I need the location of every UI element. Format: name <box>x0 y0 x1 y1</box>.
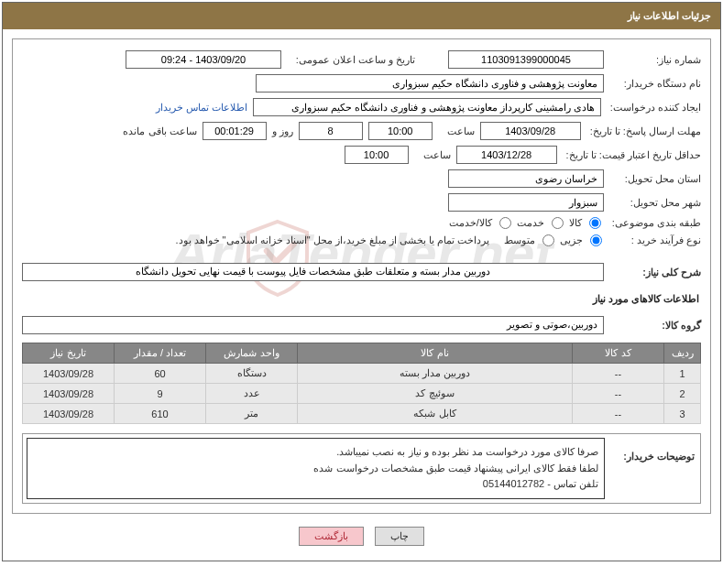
deadline-send-time-field[interactable] <box>368 122 433 140</box>
th-date: تاریخ نیاز <box>23 343 115 364</box>
creator-label: ایجاد کننده درخواست: <box>607 102 701 114</box>
creator-field[interactable] <box>253 98 601 116</box>
province-label: استان محل تحویل: <box>609 173 701 185</box>
deadline-send-date-field[interactable] <box>480 122 581 140</box>
process-note: پرداخت تمام یا بخشی از مبلغ خرید،از محل … <box>175 234 489 246</box>
class-opt3: کالا/خدمت <box>449 217 492 229</box>
page-header: جزئیات اطلاعات نیاز <box>3 3 720 29</box>
need-number-field[interactable] <box>448 50 604 69</box>
announce-label: تاریخ و ساعت اعلان عمومی: <box>287 54 415 66</box>
deadline-send-label: مهلت ارسال پاسخ: تا تاریخ: <box>586 125 701 137</box>
explain-label: توضیحات خریدار: <box>608 434 700 503</box>
th-qty: تعداد / مقدار <box>115 343 206 364</box>
process-opt2: متوسط <box>504 234 535 246</box>
process-opt1: جزیی <box>560 234 583 246</box>
class-label: طبقه بندی موضوعی: <box>608 217 701 229</box>
group-field[interactable] <box>22 316 604 334</box>
class-opt2: خدمت <box>517 217 544 229</box>
goods-info-title: اطلاعات کالاهای مورد نیاز <box>24 293 699 305</box>
class-opt1: کالا <box>569 217 582 229</box>
city-label: شهر محل تحویل: <box>609 197 701 209</box>
days-remaining-field[interactable] <box>299 122 363 140</box>
th-row: ردیف <box>664 343 701 364</box>
city-field[interactable] <box>448 193 604 212</box>
table-row: 2 -- سوئیچ کد عدد 9 1403/09/28 <box>23 384 701 404</box>
process-label: نوع فرآیند خرید : <box>609 234 701 246</box>
th-code: کد کالا <box>573 343 664 364</box>
validity-time-field[interactable] <box>345 146 409 164</box>
class-radio-service[interactable] <box>552 217 564 229</box>
print-button[interactable]: چاپ <box>375 527 424 546</box>
description-field[interactable] <box>22 263 604 281</box>
days-label: روز و <box>272 125 293 137</box>
buyer-field[interactable] <box>256 74 604 93</box>
group-label: گروه کالا: <box>609 320 701 332</box>
contact-buyer-link[interactable]: اطلاعات تماس خریدار <box>156 102 247 114</box>
announce-field[interactable] <box>126 50 281 69</box>
remaining-label: ساعت باقی مانده <box>123 125 196 137</box>
main-form-section: شماره نیاز: تاریخ و ساعت اعلان عمومی: نا… <box>12 38 711 514</box>
buyer-explanation-box: توضیحات خریدار: صرفا کالای مورد درخواست … <box>22 433 701 504</box>
province-field[interactable] <box>448 169 604 188</box>
th-name: نام کالا <box>298 343 573 364</box>
validity-date-field[interactable] <box>456 146 557 164</box>
time-label-1: ساعت <box>438 125 475 137</box>
th-unit: واحد شمارش <box>206 343 298 364</box>
time-label-2: ساعت <box>414 149 451 161</box>
back-button[interactable]: بازگشت <box>299 527 364 546</box>
table-row: 3 -- کابل شبکه متر 610 1403/09/28 <box>23 404 701 424</box>
validity-label: حداقل تاریخ اعتبار قیمت: تا تاریخ: <box>563 149 701 161</box>
page-title: جزئیات اطلاعات نیاز <box>628 10 711 21</box>
need-number-label: شماره نیاز: <box>609 54 701 66</box>
countdown-field[interactable] <box>203 122 267 140</box>
buyer-label: نام دستگاه خریدار: <box>609 78 701 90</box>
description-label: شرح کلی نیاز: <box>609 267 701 278</box>
class-radio-both[interactable] <box>499 217 511 229</box>
explain-text: صرفا کالای مورد درخواست مد نظر بوده و نی… <box>27 438 605 499</box>
process-radio-minor[interactable] <box>590 234 602 246</box>
process-radio-medium[interactable] <box>542 234 554 246</box>
class-radio-goods[interactable] <box>589 217 601 229</box>
goods-table: ردیف کد کالا نام کالا واحد شمارش تعداد /… <box>22 343 701 424</box>
table-row: 1 -- دوربین مدار بسته دستگاه 60 1403/09/… <box>23 364 701 384</box>
